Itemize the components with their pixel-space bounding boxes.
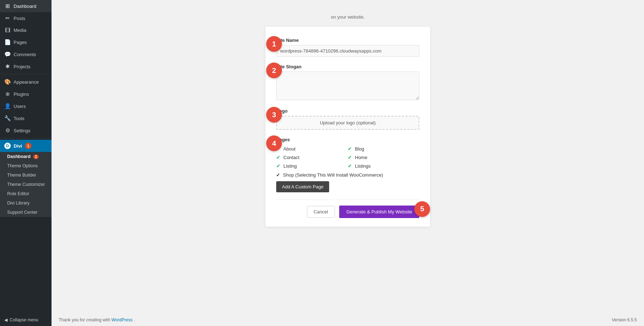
- dashboard-badge: 1: [33, 154, 39, 159]
- sidebar-item-label: Projects: [14, 64, 30, 69]
- page-item-about[interactable]: ✔ About: [276, 146, 348, 152]
- sidebar-item-label: Comments: [14, 52, 36, 57]
- check-icon: ✔: [276, 163, 280, 169]
- divi-submenu-theme-options[interactable]: Theme Options: [0, 161, 52, 171]
- pages-icon: 📄: [4, 39, 11, 45]
- check-icon: ✔: [348, 163, 352, 169]
- sidebar-item-settings[interactable]: ⚙ Settings: [0, 124, 52, 137]
- logo-label: Logo: [276, 108, 419, 114]
- divi-submenu-theme-customizer[interactable]: Theme Customizer: [0, 180, 52, 189]
- step3-badge: 3: [266, 107, 282, 123]
- check-icon: ✔: [348, 154, 352, 160]
- sidebar-item-label: Tools: [14, 116, 24, 121]
- sidebar-item-label: Appearance: [14, 79, 39, 85]
- footer-text-after: .: [134, 317, 135, 322]
- modal-card: 1 Site Name 2 Site Slogan 3 Logo Upload …: [265, 27, 430, 227]
- sidebar-item-pages[interactable]: 📄 Pages: [0, 36, 52, 48]
- sidebar-item-appearance[interactable]: 🎨 Appearance: [0, 76, 52, 88]
- step2-badge: 2: [266, 63, 282, 78]
- sidebar: ⊞ Dashboard ✏ Posts 🎞 Media 📄 Pages 💬 Co…: [0, 0, 52, 326]
- page-label: Shop (Selecting This Will Install WooCom…: [283, 172, 383, 178]
- posts-icon: ✏: [4, 15, 11, 21]
- site-slogan-section: 2 Site Slogan: [276, 64, 419, 101]
- footer: Thank you for creating with WordPress .: [52, 314, 644, 326]
- pages-label: Pages: [276, 137, 419, 142]
- actions-bar: Cancel Generate & Publish My Website 5: [276, 199, 419, 218]
- site-name-input[interactable]: [276, 45, 419, 57]
- page-item-listings[interactable]: ✔ Listings: [348, 163, 419, 169]
- sidebar-item-projects[interactable]: ✱ Projects: [0, 60, 52, 73]
- collapse-menu-button[interactable]: ◀ Collapse menu: [0, 314, 52, 326]
- divi-submenu: Dashboard 1 Theme Options Theme Builder …: [0, 152, 52, 217]
- step1-badge: 1: [266, 36, 282, 52]
- page-item-listing[interactable]: ✔ Listing: [276, 163, 348, 169]
- page-label: About: [283, 146, 296, 152]
- sidebar-item-label: Posts: [14, 16, 25, 21]
- page-item-blog[interactable]: ✔ Blog: [348, 146, 419, 152]
- divi-submenu-support-center[interactable]: Support Center: [0, 208, 52, 217]
- page-label: Blog: [355, 146, 364, 152]
- footer-wordpress-link[interactable]: WordPress: [111, 317, 132, 322]
- step5-badge: 5: [414, 201, 430, 217]
- divi-logo: D: [4, 143, 11, 149]
- page-label: Listing: [283, 163, 297, 169]
- sidebar-item-label: Settings: [14, 128, 30, 133]
- sidebar-item-users[interactable]: 👤 Users: [0, 100, 52, 112]
- tools-icon: 🔧: [4, 115, 11, 122]
- collapse-icon: ◀: [4, 317, 8, 322]
- main-content: on your website. 1 Site Name 2 Site Slog…: [52, 0, 644, 326]
- divi-submenu-divi-library[interactable]: Divi Library: [0, 198, 52, 208]
- settings-icon: ⚙: [4, 127, 11, 134]
- sidebar-item-label: Pages: [14, 40, 27, 45]
- pages-grid: ✔ About ✔ Blog ✔ Contact ✔ Home ✔ List: [276, 146, 419, 169]
- users-icon: 👤: [4, 103, 11, 109]
- cancel-button[interactable]: Cancel: [307, 206, 335, 218]
- page-item-shop[interactable]: ✔ Shop (Selecting This Will Install WooC…: [276, 172, 419, 178]
- divi-submenu-theme-builder[interactable]: Theme Builder: [0, 171, 52, 180]
- plugins-icon: ⊕: [4, 91, 11, 97]
- page-item-contact[interactable]: ✔ Contact: [276, 154, 348, 160]
- upload-logo-button[interactable]: Upload your logo (optional): [276, 116, 419, 130]
- logo-section: 3 Logo Upload your logo (optional): [276, 108, 419, 130]
- generate-publish-button[interactable]: Generate & Publish My Website: [339, 206, 419, 218]
- divi-label: Divi: [14, 143, 22, 149]
- pages-section: 4 Pages ✔ About ✔ Blog ✔ Contact ✔ Home: [276, 137, 419, 192]
- dashboard-icon: ⊞: [4, 3, 11, 9]
- add-custom-page-button[interactable]: Add A Custom Page: [276, 181, 329, 192]
- page-label: Home: [355, 155, 367, 160]
- site-slogan-label: Site Slogan: [276, 64, 419, 69]
- check-icon: ✔: [348, 146, 352, 152]
- version-label: Version 6.5.5: [612, 317, 637, 322]
- comments-icon: 💬: [4, 51, 11, 58]
- check-icon: ✔: [276, 172, 280, 178]
- page-item-home[interactable]: ✔ Home: [348, 154, 419, 160]
- projects-icon: ✱: [4, 63, 11, 70]
- site-slogan-input[interactable]: [276, 71, 419, 100]
- sidebar-item-label: Dashboard: [14, 4, 36, 9]
- sidebar-item-dashboard[interactable]: ⊞ Dashboard: [0, 0, 52, 12]
- sidebar-item-tools[interactable]: 🔧 Tools: [0, 112, 52, 124]
- divi-submenu-dashboard[interactable]: Dashboard 1: [0, 152, 52, 161]
- divi-menu-header[interactable]: D Divi 1: [0, 140, 52, 152]
- sidebar-item-posts[interactable]: ✏ Posts: [0, 12, 52, 24]
- sidebar-item-media[interactable]: 🎞 Media: [0, 24, 52, 36]
- site-name-section: 1 Site Name: [276, 38, 419, 57]
- media-icon: 🎞: [4, 27, 11, 33]
- sidebar-item-label: Users: [14, 104, 26, 109]
- site-name-label: Site Name: [276, 38, 419, 43]
- sidebar-item-plugins[interactable]: ⊕ Plugins: [0, 88, 52, 100]
- check-icon: ✔: [276, 154, 280, 160]
- divi-submenu-role-editor[interactable]: Role Editor: [0, 189, 52, 198]
- top-text: on your website.: [331, 14, 365, 20]
- sidebar-item-label: Plugins: [14, 92, 29, 97]
- footer-text-before: Thank you for creating with: [59, 317, 111, 322]
- appearance-icon: 🎨: [4, 79, 11, 85]
- sidebar-item-label: Media: [14, 28, 26, 33]
- page-label: Listings: [355, 163, 371, 169]
- step4-badge: 4: [266, 135, 282, 151]
- sidebar-item-comments[interactable]: 💬 Comments: [0, 48, 52, 60]
- page-label: Contact: [283, 155, 299, 160]
- divi-badge: 1: [25, 143, 31, 149]
